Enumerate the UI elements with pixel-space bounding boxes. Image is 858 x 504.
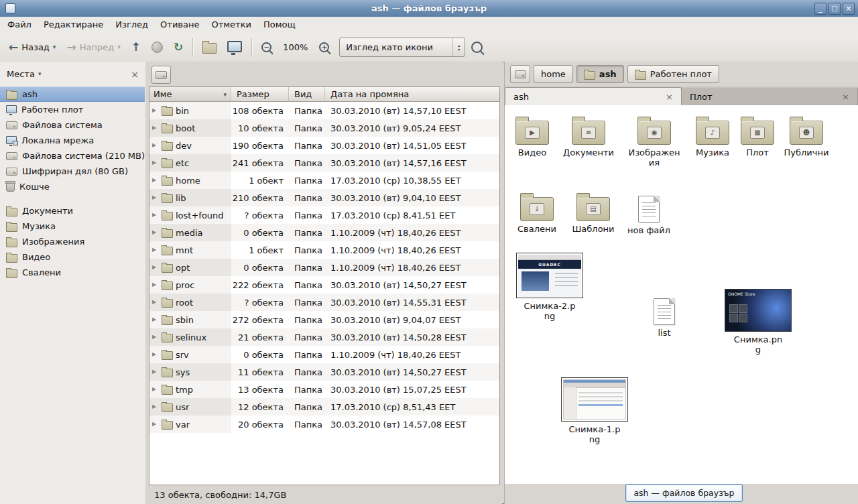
close-button[interactable]: ×	[843, 3, 855, 15]
expander-icon[interactable]: ▶	[152, 334, 159, 340]
expander-icon[interactable]: ▶	[152, 369, 159, 375]
file-row-mnt[interactable]: ▶mnt1 обектПапка1.10.2009 (чт) 18,40,26 …	[149, 241, 499, 259]
tab-Плот[interactable]: Плот×	[682, 88, 858, 105]
column-header-Име[interactable]: Име▾	[149, 87, 231, 102]
icon-item-Снимка-1.png[interactable]: Снимка-1.png	[561, 377, 628, 444]
file-row-tmp[interactable]: ▶tmp13 обектаПапка30.03.2010 (вт) 15,07,…	[149, 381, 499, 398]
file-row-bin[interactable]: ▶bin108 обектаПапка30.03.2010 (вт) 14,57…	[149, 102, 499, 119]
sidebar-item-Локална мрежа[interactable]: Локална мрежа	[0, 133, 145, 148]
expander-icon[interactable]: ▶	[152, 195, 159, 200]
menu-Отметки[interactable]: Отметки	[205, 17, 257, 33]
titlebar[interactable]: ash — файлов браузър _ □ ×	[0, 0, 858, 17]
forward-button[interactable]: → Напред ▾	[62, 36, 125, 59]
file-row-var[interactable]: ▶var20 обектаПапка30.03.2010 (вт) 14,57,…	[149, 416, 499, 433]
icon-item-list[interactable]: list	[631, 296, 698, 338]
home-button[interactable]	[198, 36, 221, 59]
file-row-sbin[interactable]: ▶sbin272 обектаПапка30.03.2010 (вт) 9,04…	[149, 311, 499, 328]
maximize-button[interactable]: □	[829, 3, 841, 15]
file-row-lib[interactable]: ▶lib210 обектаПапка30.03.2010 (вт) 9,04,…	[149, 189, 499, 206]
file-row-media[interactable]: ▶media0 обектаПапка1.10.2009 (чт) 18,40,…	[149, 224, 499, 241]
expander-icon[interactable]: ▶	[152, 178, 159, 183]
pane-location-button[interactable]	[151, 66, 171, 84]
icon-item-нов файл[interactable]: нов файл	[615, 193, 682, 235]
search-button[interactable]	[467, 36, 487, 59]
icon-view[interactable]: ▶Видео≡Документи◉Изображения♪Музика▦Плот…	[505, 105, 858, 484]
sidebar-item-Работен плот[interactable]: Работен плот	[0, 102, 145, 117]
sidebar-item-Документи[interactable]: Документи	[0, 203, 145, 218]
sidebar-item-Видео[interactable]: Видео	[0, 249, 145, 265]
tab-close-icon[interactable]: ×	[666, 92, 673, 101]
column-header-Вид[interactable]: Вид	[289, 87, 325, 102]
menu-Помощ[interactable]: Помощ	[257, 17, 302, 33]
tab-ash[interactable]: ash×	[505, 87, 682, 106]
places-chevron-icon[interactable]: ▾	[38, 71, 42, 77]
sidebar-close-icon[interactable]: ×	[131, 69, 139, 80]
expander-icon[interactable]: ▶	[152, 230, 159, 235]
icon-item-Документи[interactable]: ≡Документи	[555, 115, 622, 158]
menu-Редактиране[interactable]: Редактиране	[38, 17, 109, 33]
file-row-root[interactable]: ▶root? обектаПапка30.03.2010 (вт) 14,55,…	[149, 294, 499, 311]
column-header-Размер[interactable]: Размер	[231, 87, 289, 102]
expander-icon[interactable]: ▶	[152, 404, 159, 410]
file-row-sys[interactable]: ▶sys11 обектаПапка30.03.2010 (вт) 14,50,…	[149, 363, 499, 381]
expander-icon[interactable]: ▶	[152, 352, 159, 357]
file-row-selinux[interactable]: ▶selinux21 обектаПапка30.03.2010 (вт) 14…	[149, 328, 499, 346]
taskbar-window-button[interactable]: ash — файлов браузър	[625, 484, 743, 502]
sidebar-item-Файлова система[interactable]: Файлова система	[0, 117, 145, 133]
expander-icon[interactable]: ▶	[152, 108, 159, 113]
sidebar-item-Файлова система (210 MB)[interactable]: Файлова система (210 MB)	[0, 148, 145, 164]
file-row-opt[interactable]: ▶opt0 обектаПапка1.10.2009 (чт) 18,40,26…	[149, 259, 499, 276]
zoom-level[interactable]: 100%	[278, 42, 313, 52]
file-row-boot[interactable]: ▶boot10 обектаПапка30.03.2010 (вт) 9,05,…	[149, 119, 499, 137]
file-row-lost+found[interactable]: ▶lost+found? обектаПапка17.03.2010 (ср) …	[149, 206, 499, 224]
icon-item-Публични[interactable]: ☻Публични	[773, 115, 840, 158]
file-row-dev[interactable]: ▶dev190 обектаПапка30.03.2010 (вт) 14,51…	[149, 137, 499, 154]
zoom-out-button[interactable]: −	[257, 36, 276, 59]
menu-Файл[interactable]: Файл	[1, 17, 38, 33]
view-mode-select[interactable]: Изглед като икони ▴▾	[339, 38, 465, 57]
computer-button[interactable]	[223, 36, 247, 59]
expander-icon[interactable]: ▶	[152, 212, 159, 218]
expander-icon[interactable]: ▶	[152, 317, 159, 322]
back-button[interactable]: ← Назад ▾	[4, 36, 60, 59]
icon-item-Изображения[interactable]: ◉Изображения	[621, 115, 688, 168]
zoom-in-button[interactable]: +	[314, 36, 334, 59]
sidebar-item-Шифриран дял (80 GB)[interactable]: Шифриран дял (80 GB)	[0, 164, 145, 179]
sidebar-item-Изображения[interactable]: Изображения	[0, 234, 145, 249]
back-history-chevron-icon[interactable]: ▾	[53, 44, 56, 50]
expander-icon[interactable]: ▶	[152, 282, 159, 288]
minimize-button[interactable]: _	[814, 3, 826, 15]
file-row-srv[interactable]: ▶srv0 обектаПапка1.10.2009 (чт) 18,40,26…	[149, 346, 499, 363]
up-button[interactable]: ↑	[127, 36, 145, 59]
sidebar-item-ash[interactable]: ash	[0, 86, 145, 102]
music-emblem-icon: ♪	[705, 127, 720, 139]
expander-icon[interactable]: ▶	[152, 265, 159, 270]
file-row-etc[interactable]: ▶etc241 обектаПапка30.03.2010 (вт) 14,57…	[149, 154, 499, 172]
expander-icon[interactable]: ▶	[152, 247, 159, 253]
path-root-button[interactable]	[510, 65, 530, 83]
tab-close-icon[interactable]: ×	[842, 92, 849, 101]
path-button-home[interactable]: home	[534, 65, 573, 83]
file-row-usr[interactable]: ▶usr12 обектаПапка17.03.2010 (ср) 8,51,4…	[149, 398, 499, 416]
sidebar-item-Кошче[interactable]: Кошче	[0, 179, 145, 194]
path-button-Работен плот[interactable]: Работен плот	[627, 65, 719, 83]
sidebar-item-Свалени[interactable]: Свалени	[0, 265, 145, 280]
sidebar-item-Музика[interactable]: Музика	[0, 218, 145, 234]
menu-Изглед[interactable]: Изглед	[109, 17, 154, 33]
expander-icon[interactable]: ▶	[152, 387, 159, 392]
stop-button[interactable]	[147, 36, 168, 59]
expander-icon[interactable]: ▶	[152, 422, 159, 427]
file-row-home[interactable]: ▶home1 обектПапка17.03.2010 (ср) 10,38,5…	[149, 172, 499, 189]
expander-icon[interactable]: ▶	[152, 160, 159, 166]
path-button-ash[interactable]: ash	[576, 65, 624, 83]
icon-item-Снимка.png[interactable]: GNOME StoreСнимка.png	[725, 289, 792, 355]
expander-icon[interactable]: ▶	[152, 300, 159, 305]
column-header-Дата на промяна[interactable]: Дата на промяна	[325, 87, 499, 102]
file-row-proc[interactable]: ▶proc222 обектаПапка30.03.2010 (вт) 14,5…	[149, 276, 499, 294]
icon-item-Снимка-2.png[interactable]: GUADECСнимка-2.png	[516, 253, 583, 321]
menu-Отиване[interactable]: Отиване	[154, 17, 205, 33]
places-title[interactable]: Места	[7, 69, 35, 79]
expander-icon[interactable]: ▶	[152, 143, 159, 148]
expander-icon[interactable]: ▶	[152, 125, 159, 131]
reload-button[interactable]: ↻	[169, 36, 188, 59]
